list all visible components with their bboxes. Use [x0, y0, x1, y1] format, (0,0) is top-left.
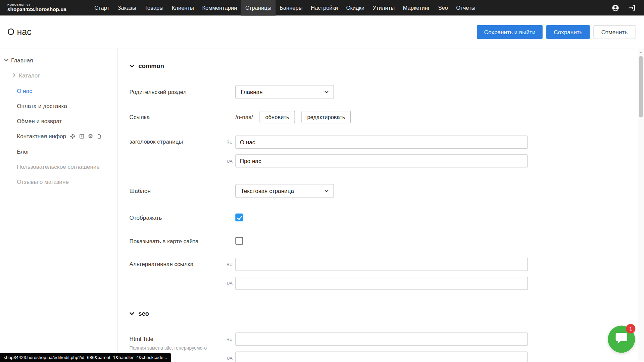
trash-icon[interactable] [96, 133, 102, 139]
move-icon[interactable] [70, 133, 76, 139]
nav-discounts[interactable]: Скидки [342, 0, 368, 16]
lang-ua-badge: UA [222, 281, 232, 286]
field-show-in-sitemap: Показывать в карте сайта [130, 237, 644, 245]
content-scrollbar[interactable]: ▲ [638, 49, 644, 361]
html-title-hint: Полная замена title, генерируемого [130, 345, 228, 351]
html-title-ru-input[interactable] [235, 332, 528, 346]
sidebar-item-catalog[interactable]: Каталог [0, 68, 117, 83]
nav-pages[interactable]: Страницы [241, 0, 276, 16]
sitemap-checkbox[interactable] [235, 237, 243, 245]
page-header: О нас Сохранить и выйти Сохранить Отмени… [0, 16, 644, 49]
field-html-title: Html Title Полная замена title, генериру… [130, 332, 644, 362]
lang-ua-badge: UA [222, 356, 232, 360]
field-alt-link: Альтернативная ссылка RU UA [130, 258, 644, 290]
field-template: Шаблон Текстовая страница [130, 184, 644, 198]
nav-reports[interactable]: Отчеты [452, 0, 480, 16]
link-preview-statusbar: shop34423.horoshop.ua/edit/edit.php?id=6… [0, 353, 171, 362]
header-actions: Сохранить и выйти Сохранить Отменить [477, 25, 636, 39]
field-link: Ссылка /o-nas/ обновить редактировать [130, 111, 644, 123]
nav-settings[interactable]: Настройки [307, 0, 342, 16]
nav-start[interactable]: Старт [90, 0, 113, 16]
refresh-link-button[interactable]: обновить [259, 111, 295, 123]
sidebar-item-payment-delivery[interactable]: Оплата и доставка [0, 98, 117, 113]
nav-comments[interactable]: Комментарии [198, 0, 241, 16]
html-title-ua-input[interactable] [235, 352, 528, 362]
account-icon[interactable] [611, 4, 619, 12]
brand: HOROSHOP V4 shop34423.horoshop.ua [7, 0, 66, 16]
alt-link-ua-input[interactable] [235, 277, 528, 290]
page-title: О нас [7, 27, 32, 37]
template-select[interactable]: Текстовая страница [235, 184, 334, 198]
app-window: HOROSHOP V4 shop34423.horoshop.ua Старт … [0, 0, 644, 362]
chevron-down-icon [325, 91, 329, 93]
field-display: Отображать [130, 213, 644, 221]
nav-products[interactable]: Товары [140, 0, 167, 16]
nav-seo[interactable]: Seo [434, 0, 452, 16]
sidebar-item-home[interactable]: Главная [0, 53, 117, 68]
nav-banners[interactable]: Баннеры [276, 0, 307, 16]
brand-domain: shop34423.horoshop.ua [7, 7, 66, 12]
field-parent-section: Родительский раздел Главная [130, 85, 644, 99]
nav-clients[interactable]: Клиенты [167, 0, 198, 16]
brand-version: HOROSHOP V4 [7, 3, 66, 6]
nav-marketing[interactable]: Маркетинг [399, 0, 434, 16]
sidebar-item-user-agreement[interactable]: Пользовательское соглашение [0, 159, 117, 174]
tree-item-actions: ⚙ [70, 133, 102, 139]
link-path: /o-nas/ [235, 114, 253, 120]
lang-ru-badge: RU [222, 262, 232, 266]
save-and-exit-button[interactable]: Сохранить и выйти [477, 25, 543, 39]
chat-bubble-icon [615, 332, 628, 346]
chevron-right-icon[interactable] [11, 73, 17, 77]
lang-ru-badge: RU [222, 140, 232, 144]
field-page-title: заголовок страницы RU UA [130, 136, 644, 167]
add-page-icon[interactable] [79, 133, 85, 139]
nav-utilities[interactable]: Утилиты [368, 0, 399, 16]
sidebar-item-exchange-return[interactable]: Обмен и возврат [0, 113, 117, 128]
sidebar-item-about[interactable]: О нас [0, 83, 117, 98]
page-title-ru-input[interactable] [235, 136, 528, 149]
scroll-up-arrow[interactable]: ▲ [639, 49, 643, 56]
main-area: Главная Каталог О нас Оплата и доставка … [0, 48, 644, 362]
alt-link-ru-input[interactable] [235, 258, 528, 271]
main-menu: Старт Заказы Товары Клиенты Комментарии … [90, 0, 480, 16]
sidebar-item-store-reviews[interactable]: Отзывы о магазине [0, 174, 117, 189]
chat-unread-badge: 1 [626, 324, 635, 333]
section-common-toggle[interactable]: common [130, 62, 644, 69]
scrollbar-thumb[interactable] [639, 56, 643, 117]
chevron-down-icon [130, 310, 135, 317]
display-checkbox[interactable] [235, 213, 243, 221]
chevron-down-icon[interactable] [3, 59, 10, 62]
logout-icon[interactable] [629, 4, 636, 11]
topbar: HOROSHOP V4 shop34423.horoshop.ua Старт … [0, 0, 644, 16]
pages-tree-sidebar: Главная Каталог О нас Оплата и доставка … [0, 48, 118, 362]
topbar-icons [611, 0, 644, 16]
page-edit-form: common Родительский раздел Главная Ссылк… [118, 48, 644, 362]
lang-ua-badge: UA [222, 159, 232, 163]
nav-orders[interactable]: Заказы [113, 0, 140, 16]
gear-icon[interactable]: ⚙ [88, 133, 93, 139]
save-button[interactable]: Сохранить [546, 25, 590, 39]
sidebar-item-contact-info[interactable]: Контактная инфор ⚙ [0, 128, 117, 144]
cancel-button[interactable]: Отменить [594, 25, 636, 39]
chevron-down-icon [325, 190, 329, 192]
lang-ru-badge: RU [222, 337, 232, 341]
chevron-down-icon [130, 62, 135, 69]
edit-link-button[interactable]: редактировать [301, 111, 351, 123]
section-seo-toggle[interactable]: seo [130, 310, 644, 317]
chat-launcher[interactable]: 1 [608, 326, 635, 353]
sidebar-item-blog[interactable]: Блог [0, 144, 117, 159]
parent-section-select[interactable]: Главная [235, 85, 334, 99]
page-title-ua-input[interactable] [235, 154, 528, 167]
